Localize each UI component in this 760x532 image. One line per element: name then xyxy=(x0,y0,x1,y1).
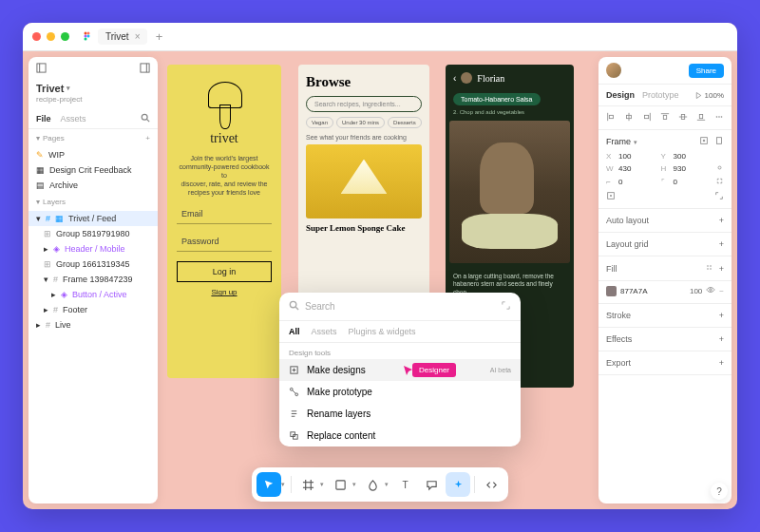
svg-rect-25 xyxy=(663,115,666,119)
frame-dropdown[interactable]: Frame ▾ xyxy=(606,137,637,146)
page-wip[interactable]: ✎WIP xyxy=(28,147,158,162)
dim-h[interactable]: 930 xyxy=(674,164,686,173)
corners-icon[interactable] xyxy=(715,177,724,187)
dim-x[interactable]: 100 xyxy=(618,152,631,161)
tab-design[interactable]: Design xyxy=(606,90,635,100)
align-hcenter-icon[interactable] xyxy=(624,112,634,124)
fill-swatch[interactable] xyxy=(606,286,617,296)
panel-menu-icon[interactable] xyxy=(36,63,47,75)
panel-layout-icon[interactable] xyxy=(140,63,150,75)
share-button[interactable]: Share xyxy=(689,64,724,78)
tab-file[interactable]: File xyxy=(36,114,51,124)
project-title[interactable]: Trivet▾ xyxy=(36,83,150,94)
align-more-icon[interactable] xyxy=(714,112,724,124)
back-icon[interactable]: ‹ xyxy=(453,73,456,84)
chip-vegan[interactable]: Vegan xyxy=(306,117,333,128)
user-avatar[interactable] xyxy=(606,63,621,78)
layer-trivet-feed[interactable]: ▾#▦Trivet / Feed xyxy=(28,211,158,226)
comment-tool[interactable] xyxy=(419,472,444,497)
shape-tool[interactable] xyxy=(328,472,352,497)
action-make-designs[interactable]: Make designs AI beta Designer xyxy=(279,359,521,381)
align-vcenter-icon[interactable] xyxy=(678,112,688,124)
layer-frame[interactable]: ▾#Frame 139847239 xyxy=(28,272,158,287)
chip-time[interactable]: Under 30 mins xyxy=(336,117,385,128)
artboard-browse[interactable]: Browse Search recipes, ingredients... Ve… xyxy=(298,65,429,302)
svg-point-2 xyxy=(85,34,87,37)
constrain-icon[interactable] xyxy=(715,163,724,174)
artboard-login[interactable]: trivet Join the world's largest communit… xyxy=(167,65,281,378)
orientation-icon[interactable] xyxy=(714,136,724,147)
section-effects[interactable]: Effects+ xyxy=(598,328,732,352)
pen-tool[interactable] xyxy=(360,472,385,497)
tab-plugins[interactable]: Plugins & widgets xyxy=(349,327,416,336)
layers-section-header[interactable]: ▾Layers xyxy=(28,193,158,211)
dim-y[interactable]: 300 xyxy=(674,152,686,161)
align-right-icon[interactable] xyxy=(642,112,652,124)
dim-w[interactable]: 430 xyxy=(618,164,631,173)
close-window-button[interactable] xyxy=(32,32,41,41)
signup-link[interactable]: Sign up xyxy=(177,288,272,296)
layer-group-2[interactable]: ⊞Group 1661319345 xyxy=(28,256,158,272)
file-tab[interactable]: Trivet × xyxy=(98,28,147,45)
login-button[interactable]: Log in xyxy=(177,261,272,282)
section-stroke[interactable]: Stroke+ xyxy=(598,304,732,328)
tab-prototype[interactable]: Prototype xyxy=(642,90,679,100)
page-archive[interactable]: ▤Archive xyxy=(28,178,158,193)
layer-footer[interactable]: ▸#Footer xyxy=(28,302,158,317)
layer-group-1[interactable]: ⊞Group 5819791980 xyxy=(28,226,158,241)
expand-icon[interactable] xyxy=(501,300,511,313)
section-fill[interactable]: Fill+ xyxy=(598,256,732,281)
visibility-icon[interactable] xyxy=(706,285,715,296)
action-rename-layers[interactable]: Rename layers xyxy=(279,403,521,425)
search-input[interactable]: Search xyxy=(305,301,335,312)
align-bottom-icon[interactable] xyxy=(696,112,706,124)
svg-point-4 xyxy=(85,37,87,40)
dev-mode-toggle[interactable] xyxy=(479,472,504,497)
frame-tool[interactable] xyxy=(295,472,320,497)
fill-opacity[interactable]: 100 xyxy=(690,287,702,295)
chip-desserts[interactable]: Desserts xyxy=(388,117,422,128)
right-panel: Share Design Prototype 100% Frame ▾ xyxy=(598,57,732,504)
section-auto-layout[interactable]: Auto layout+ xyxy=(598,209,732,233)
layer-button-active[interactable]: ▸◈Button / Active xyxy=(28,287,158,302)
help-button[interactable]: ? xyxy=(711,483,728,500)
section-layout-grid[interactable]: Layout grid+ xyxy=(598,233,732,256)
actions-tool[interactable] xyxy=(446,472,470,497)
action-make-prototype[interactable]: Make prototype xyxy=(279,381,521,403)
clip-content-icon[interactable] xyxy=(606,191,616,202)
pages-section-header[interactable]: ▾Pages + xyxy=(28,129,158,147)
browse-title: Browse xyxy=(306,74,422,90)
add-page-icon[interactable]: + xyxy=(145,134,150,142)
tab-assets[interactable]: Assets xyxy=(312,327,337,336)
zoom-control[interactable]: 100% xyxy=(694,91,724,100)
text-tool[interactable]: T xyxy=(392,472,417,497)
recipe-search-input[interactable]: Search recipes, ingredients... xyxy=(306,96,422,112)
layer-header-mobile[interactable]: ▸◈Header / Mobile xyxy=(28,241,158,256)
tab-all[interactable]: All xyxy=(289,327,300,336)
layer-live[interactable]: ▸#Live xyxy=(28,317,158,332)
remove-fill-icon[interactable]: − xyxy=(719,287,724,295)
tab-assets[interactable]: Assets xyxy=(61,114,86,124)
align-top-icon[interactable] xyxy=(660,112,670,124)
dim-rotation[interactable]: 0 xyxy=(618,178,622,186)
action-replace-content[interactable]: Replace content xyxy=(279,425,521,446)
new-tab-button[interactable]: + xyxy=(152,30,165,44)
zoom-window-button[interactable] xyxy=(61,32,69,41)
section-export[interactable]: Export+ xyxy=(598,352,732,375)
align-left-icon[interactable] xyxy=(606,112,616,124)
close-tab-icon[interactable]: × xyxy=(135,31,141,42)
minimize-window-button[interactable] xyxy=(47,32,55,41)
svg-point-34 xyxy=(703,140,705,142)
dim-radius[interactable]: 0 xyxy=(674,178,677,186)
search-icon[interactable] xyxy=(141,113,150,124)
svg-rect-5 xyxy=(37,64,46,72)
fill-hex[interactable]: 877A7A xyxy=(620,287,647,295)
email-field[interactable]: Email xyxy=(177,204,272,224)
move-tool[interactable] xyxy=(256,472,281,497)
expand-frame-icon[interactable] xyxy=(714,191,724,202)
resize-icon[interactable] xyxy=(699,136,709,147)
svg-rect-23 xyxy=(645,115,649,118)
page-design-crit[interactable]: ▦Design Crit Feedback xyxy=(28,162,158,178)
styles-icon[interactable] xyxy=(705,263,713,274)
password-field[interactable]: Password xyxy=(177,232,272,252)
